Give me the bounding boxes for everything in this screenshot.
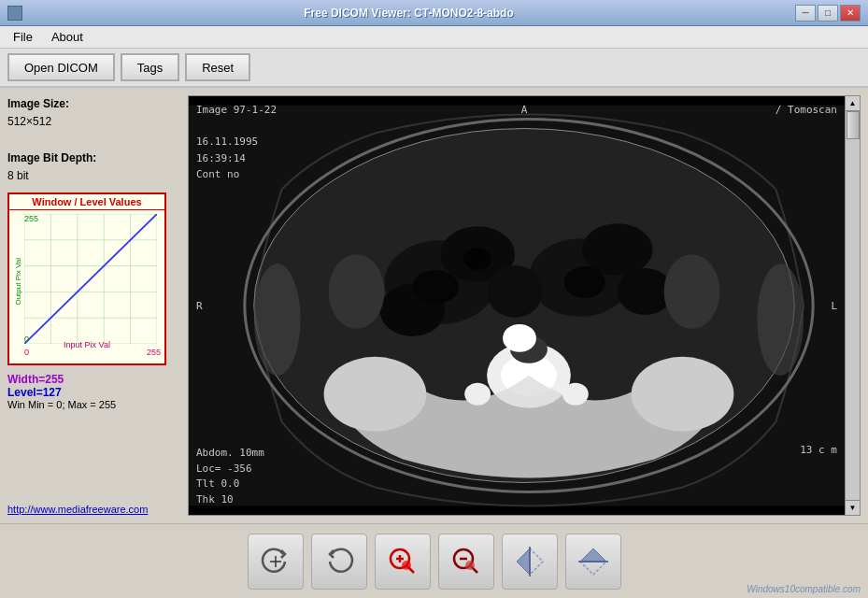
ct-image-svg <box>189 96 860 515</box>
ct-date-line1: 16.11.1995 <box>196 134 258 150</box>
ct-overlay-top-left: Image 97-1-22 <box>196 104 277 116</box>
svg-point-42 <box>402 561 411 570</box>
ct-date-line3: Cont no <box>196 166 258 183</box>
tags-button[interactable]: Tags <box>121 53 179 81</box>
rotate-left-icon <box>322 545 356 578</box>
wl-level: Level=127 <box>7 386 180 399</box>
image-size-label: Image Size: <box>7 95 180 113</box>
svg-point-36 <box>254 263 301 376</box>
svg-point-30 <box>329 254 385 329</box>
website-link[interactable]: http://www.mediafreeware.com <box>7 504 148 515</box>
y-axis-max: 255 <box>24 214 38 223</box>
reset-button[interactable]: Reset <box>185 53 250 81</box>
title-bar: Free DICOM Viewer: CT-MONO2-8-abdo ─ □ ✕ <box>0 0 868 26</box>
svg-point-18 <box>324 357 427 432</box>
rotate-right-button[interactable] <box>248 534 304 590</box>
svg-point-19 <box>632 357 734 432</box>
image-size-value: 512×512 <box>7 113 180 131</box>
svg-point-46 <box>465 561 475 570</box>
image-info: Image Size: 512×512 Image Bit Depth: 8 b… <box>7 95 180 185</box>
zoom-out-button[interactable] <box>438 534 494 590</box>
zoom-out-icon <box>449 545 483 578</box>
flip-vertical-button[interactable] <box>565 534 621 590</box>
y-axis-min: 0 <box>24 335 29 344</box>
wl-chart-svg <box>24 214 157 344</box>
svg-point-31 <box>664 254 720 329</box>
website-link-container: http://www.mediafreeware.com <box>7 502 180 516</box>
bottom-toolbar <box>0 523 868 598</box>
svg-marker-51 <box>580 562 606 575</box>
open-dicom-button[interactable]: Open DICOM <box>7 53 115 81</box>
flip-horizontal-button[interactable] <box>502 534 558 590</box>
ct-date-line2: 16:39:14 <box>196 150 258 167</box>
wl-chart-inner: Output Pix Val <box>9 210 164 361</box>
scrollbar-up-arrow[interactable]: ▲ <box>846 96 860 111</box>
svg-point-26 <box>487 265 543 318</box>
image-bit-depth-value: 8 bit <box>7 167 180 185</box>
wl-width: Width=255 <box>7 373 180 386</box>
scrollbar-thumb[interactable] <box>847 111 860 139</box>
ct-overlay-date: 16.11.1995 16:39:14 Cont no <box>196 134 258 183</box>
y-axis-label: Output Pix Val <box>14 258 22 306</box>
window-controls: ─ □ ✕ <box>795 5 861 21</box>
svg-marker-50 <box>580 548 606 562</box>
ct-overlay-top-right: / Tomoscan <box>776 104 837 116</box>
scrollbar-down-arrow[interactable]: ▼ <box>846 500 860 515</box>
minimize-button[interactable]: ─ <box>795 5 816 21</box>
x-axis-min: 0 <box>24 348 29 357</box>
window-title: Free DICOM Viewer: CT-MONO2-8-abdo <box>22 7 795 20</box>
image-scrollbar[interactable]: ▲ ▼ <box>845 96 860 515</box>
svg-marker-48 <box>530 548 543 575</box>
flip-vertical-icon <box>576 545 610 578</box>
menu-bar: File About <box>0 26 868 49</box>
wl-chart-title: Window / Level Values <box>9 194 164 210</box>
ct-side-left: R <box>196 300 203 312</box>
svg-point-34 <box>562 383 589 406</box>
image-bit-depth-label: Image Bit Depth: <box>7 150 180 167</box>
flip-horizontal-icon <box>513 545 547 578</box>
svg-point-29 <box>463 248 491 270</box>
file-menu[interactable]: File <box>4 28 42 46</box>
x-axis-max: 255 <box>147 348 161 357</box>
ct-bottom-line1: Abdom. 10mm <box>196 446 264 462</box>
restore-button[interactable]: □ <box>818 5 838 21</box>
ct-overlay-bottom: Abdom. 10mm Loc= -356 Tlt 0.0 Thk 10 <box>196 446 264 507</box>
left-panel: Image Size: 512×512 Image Bit Depth: 8 b… <box>7 95 180 516</box>
y-axis-label-container: Output Pix Val <box>11 220 24 344</box>
ct-bottom-line2: Loc= -356 <box>196 462 264 477</box>
close-button[interactable]: ✕ <box>840 5 861 21</box>
image-panel[interactable]: Image 97-1-22 A / Tomoscan 16.11.1995 16… <box>188 95 861 516</box>
wl-chart-container: Window / Level Values Output Pix Val <box>7 192 166 365</box>
svg-line-12 <box>24 214 157 344</box>
ct-bottom-line4: Thk 10 <box>196 492 264 508</box>
ct-right-numbers: 13 c m <box>800 442 837 459</box>
ct-side-right: L <box>831 300 837 312</box>
svg-point-28 <box>564 266 605 298</box>
toolbar: Open DICOM Tags Reset <box>0 49 868 88</box>
svg-point-27 <box>412 270 459 304</box>
rotate-right-icon <box>259 545 292 578</box>
wl-values: Width=255 Level=127 Win Min = 0; Max = 2… <box>7 373 180 410</box>
main-area: Image Size: 512×512 Image Bit Depth: 8 b… <box>0 88 868 523</box>
svg-marker-47 <box>517 548 530 575</box>
app-icon <box>7 6 22 21</box>
watermark: Windows10compatible.com <box>747 584 861 594</box>
zoom-in-icon <box>386 545 420 578</box>
svg-point-32 <box>503 324 536 352</box>
about-menu[interactable]: About <box>42 28 92 46</box>
wl-minmax: Win Min = 0; Max = 255 <box>7 399 180 410</box>
rotate-left-button[interactable] <box>311 534 367 590</box>
svg-point-33 <box>464 383 491 406</box>
ct-bottom-line3: Tlt 0.0 <box>196 477 264 492</box>
zoom-in-button[interactable] <box>375 534 431 590</box>
title-bar-left <box>7 6 22 21</box>
x-axis-label: Input Pix Val <box>64 340 110 349</box>
svg-point-37 <box>757 263 804 376</box>
ct-overlay-top-center: A <box>521 104 528 116</box>
